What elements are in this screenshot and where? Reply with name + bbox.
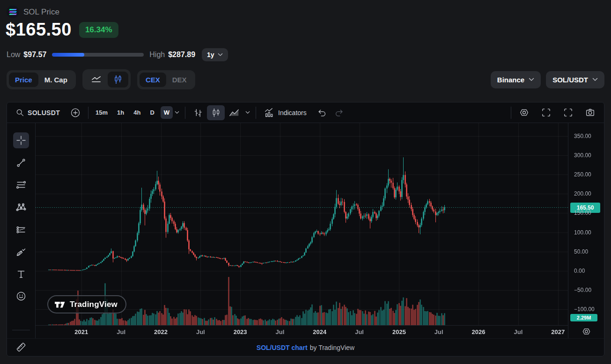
redo-icon[interactable] [334, 108, 344, 117]
indicators-icon [264, 108, 275, 118]
chevron-down-icon [218, 53, 223, 57]
snapshot-button[interactable] [581, 105, 599, 120]
solana-logo-icon [7, 6, 19, 18]
drawing-tools-sidebar [7, 123, 36, 338]
toggle-price[interactable]: Price [9, 73, 38, 87]
tradingview-watermark[interactable]: TradingView [47, 295, 126, 313]
exchange-dropdown[interactable]: Binance [491, 71, 541, 88]
style-menu-button[interactable] [243, 109, 252, 116]
expand-button[interactable] [559, 105, 577, 120]
chart-attribution-suffix: by TradingView [310, 344, 354, 351]
text-icon [15, 269, 27, 280]
time-axis-tick: 2022 [154, 328, 168, 335]
trend-line-icon [15, 157, 27, 168]
time-axis-tick: Jul [117, 328, 125, 335]
chart-type-toggle [82, 69, 131, 90]
position-tool-icon [15, 224, 27, 235]
price-axis-tick: 100.00 [574, 229, 591, 236]
symbol-search-button[interactable]: SOLUSDT [12, 106, 64, 119]
time-axis-tick: Jul [196, 328, 205, 335]
trend-line-tool[interactable] [13, 155, 29, 171]
chevron-down-icon [529, 78, 534, 81]
interval-group: 15m1h4hDW [92, 106, 173, 119]
xabcd-pattern-tool[interactable] [13, 199, 29, 215]
area-chart-icon [228, 108, 240, 118]
price-axis-tick: 350.00 [574, 133, 591, 139]
interval-1h[interactable]: 1h [114, 106, 127, 119]
chevron-down-icon [175, 111, 179, 114]
interval-W[interactable]: W [161, 106, 173, 119]
toggle-cex[interactable]: CEX [140, 73, 166, 87]
toggle-dex[interactable]: DEX [166, 73, 193, 87]
fullscreen-icon [541, 107, 552, 118]
chart-properties-button[interactable] [515, 105, 533, 120]
emoji-tool[interactable] [13, 288, 29, 304]
candles-style-button[interactable] [207, 105, 225, 120]
area-style-button[interactable] [225, 105, 243, 120]
fib-lines-icon [15, 179, 27, 190]
time-range-value: 1y [207, 51, 214, 58]
price-axis-tick: −100.00 [574, 306, 595, 313]
coin-header: SOL Price [7, 6, 59, 18]
time-axis[interactable]: 2021Jul2022Jul2023Jul2024Jul2025Jul2026J… [36, 325, 568, 338]
line-chart-toggle[interactable] [85, 72, 108, 87]
crosshair-tool[interactable] [13, 132, 29, 148]
indicators-label: Indicators [278, 109, 307, 116]
price-axis-tick: 0.00 [574, 268, 585, 274]
time-axis-tick: 2021 [74, 328, 88, 335]
candlestick-icon [211, 108, 221, 118]
low-high-progress [52, 53, 144, 57]
tradingview-logo-icon [54, 299, 66, 310]
long-position-tool[interactable] [13, 222, 29, 238]
pair-dropdown[interactable]: SOL/USDT [546, 71, 604, 88]
undo-icon[interactable] [317, 108, 327, 117]
tradingview-widget: SOLUSDT 15m1h4hDW [7, 102, 604, 357]
interval-4h[interactable]: 4h [130, 106, 144, 119]
fullscreen-button[interactable] [537, 105, 555, 120]
bars-style-button[interactable] [189, 105, 207, 120]
time-axis-tick: 2024 [313, 328, 326, 335]
indicators-button[interactable]: Indicators [260, 105, 310, 120]
price-axis[interactable]: 165.50 2.29M 350.00300.00250.00200.00150… [568, 123, 604, 338]
chart-attribution-link[interactable]: SOL/USDT chart [257, 344, 308, 351]
text-tool[interactable] [13, 266, 29, 282]
candlestick-icon [114, 75, 122, 84]
watermark-brand: TradingView [70, 300, 118, 309]
expand-corners-icon [563, 107, 574, 118]
ruler-icon [15, 341, 27, 353]
line-chart-icon [91, 75, 102, 84]
cex-dex-toggle: CEX DEX [137, 70, 195, 89]
interval-menu-button[interactable] [173, 109, 181, 116]
high-value: $287.89 [168, 51, 195, 59]
search-icon [15, 108, 24, 117]
fib-retracement-tool[interactable] [13, 177, 29, 193]
low-label: Low [7, 51, 20, 59]
axis-settings-gear-icon[interactable] [582, 327, 591, 336]
toggle-mcap[interactable]: M. Cap [38, 73, 74, 87]
coin-price-title: SOL Price [23, 7, 59, 17]
brush-icon [15, 247, 27, 258]
time-axis-tick: 2027 [551, 328, 565, 335]
chevron-down-icon [245, 111, 250, 114]
high-label: High [149, 51, 165, 59]
plus-circle-icon [70, 108, 81, 118]
pair-value: SOL/USDT [552, 76, 588, 84]
brush-tool[interactable] [13, 244, 29, 260]
time-axis-tick: Jul [434, 328, 443, 335]
crosshair-icon [15, 135, 27, 146]
measure-tool[interactable] [13, 339, 29, 355]
interval-15m[interactable]: 15m [92, 106, 111, 119]
interval-D[interactable]: D [147, 106, 157, 119]
time-range-dropdown[interactable]: 1y [202, 48, 228, 61]
candle-chart-toggle[interactable] [108, 72, 128, 87]
price-change-badge: 16.34% [79, 22, 118, 38]
chart-area[interactable]: TradingView 2021Jul2022Jul2023Jul2024Jul… [36, 123, 568, 338]
price-axis-tick: 50.00 [574, 248, 588, 255]
price-axis-tick: 300.00 [574, 152, 591, 159]
price-mcap-toggle: Price M. Cap [7, 70, 76, 89]
compare-add-button[interactable] [66, 105, 84, 120]
camera-icon [585, 107, 596, 118]
current-price: $165.50 [6, 20, 72, 40]
gear-hexagon-icon [519, 107, 530, 118]
exchange-value: Binance [497, 76, 524, 84]
